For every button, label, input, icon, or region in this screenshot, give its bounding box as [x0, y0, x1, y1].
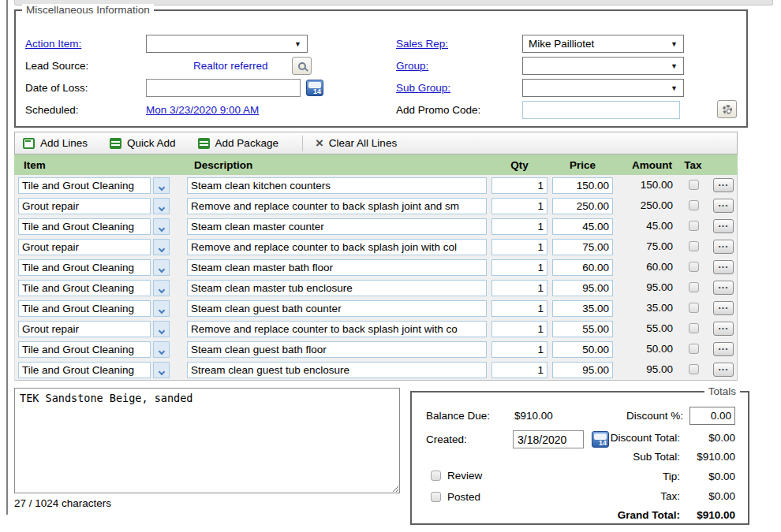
posted-checkbox[interactable] [431, 492, 441, 502]
row-options-button[interactable]: ... [713, 322, 734, 336]
row-options-button[interactable]: ... [713, 363, 734, 377]
price-input[interactable] [552, 239, 613, 255]
date-of-loss-calendar-icon[interactable] [306, 80, 323, 96]
group-link[interactable]: Group: [396, 60, 428, 72]
qty-input[interactable] [491, 341, 547, 358]
row-options-button[interactable]: ... [713, 301, 734, 315]
item-dropdown-button[interactable] [153, 362, 170, 378]
promo-code-input[interactable] [522, 101, 680, 119]
sales-rep-link[interactable]: Sales Rep: [396, 38, 448, 50]
price-input[interactable] [552, 300, 613, 317]
item-input[interactable] [18, 177, 151, 194]
tax-checkbox[interactable] [689, 200, 699, 210]
group-select[interactable] [522, 57, 684, 75]
quick-add-button[interactable]: Quick Add [110, 137, 176, 149]
item-dropdown-button[interactable] [153, 177, 170, 194]
review-checkbox[interactable] [431, 471, 441, 481]
row-options-button[interactable]: ... [713, 240, 734, 254]
item-input[interactable] [18, 239, 151, 255]
row-options-button[interactable]: ... [713, 199, 734, 213]
price-input[interactable] [552, 321, 613, 337]
tax-checkbox[interactable] [689, 303, 699, 313]
description-input[interactable] [187, 362, 487, 378]
sales-rep-select[interactable]: Mike Pailliotet [522, 35, 684, 53]
add-lines-button[interactable]: Add Lines [23, 137, 88, 149]
row-options-button[interactable]: ... [713, 342, 734, 356]
price-input[interactable] [552, 198, 613, 214]
tax-checkbox[interactable] [689, 221, 699, 231]
item-dropdown-button[interactable] [153, 300, 170, 317]
qty-input[interactable] [491, 198, 547, 214]
qty-input[interactable] [491, 300, 547, 317]
description-input[interactable] [187, 341, 487, 358]
created-date-input[interactable] [513, 430, 584, 448]
tax-checkbox[interactable] [689, 323, 699, 333]
item-dropdown-button[interactable] [153, 239, 170, 255]
date-of-loss-input[interactable] [146, 79, 301, 97]
description-input[interactable] [187, 259, 487, 276]
promo-code-label: Add Promo Code: [396, 104, 480, 116]
sub-group-select[interactable] [522, 79, 684, 97]
item-input[interactable] [18, 280, 151, 296]
qty-input[interactable] [491, 362, 547, 378]
item-dropdown-button[interactable] [153, 341, 170, 358]
sub-group-link[interactable]: Sub Group: [396, 82, 450, 94]
qty-input[interactable] [491, 218, 547, 235]
item-input[interactable] [18, 218, 151, 235]
quick-add-icon [110, 138, 121, 149]
lead-source-search-button[interactable] [292, 57, 312, 75]
price-input[interactable] [552, 218, 613, 235]
item-input[interactable] [18, 259, 151, 276]
scheduled-link[interactable]: Mon 3/23/2020 9:00 AM [146, 104, 259, 116]
description-input[interactable] [187, 177, 487, 194]
qty-input[interactable] [491, 259, 547, 276]
price-input[interactable] [552, 280, 613, 296]
item-dropdown-button[interactable] [153, 280, 170, 296]
totals-legend: Totals [704, 385, 740, 397]
tax-checkbox[interactable] [689, 282, 699, 292]
tax-checkbox[interactable] [689, 262, 699, 272]
qty-input[interactable] [491, 321, 547, 337]
item-dropdown-button[interactable] [153, 259, 170, 276]
item-input[interactable] [18, 362, 151, 378]
tax-checkbox[interactable] [689, 364, 699, 374]
item-dropdown-button[interactable] [153, 218, 170, 235]
description-input[interactable] [187, 280, 487, 296]
price-input[interactable] [552, 362, 613, 378]
row-options-button[interactable]: ... [713, 219, 734, 233]
description-input[interactable] [187, 321, 487, 337]
clear-all-lines-button[interactable]: × Clear All Lines [316, 137, 397, 149]
price-input[interactable] [552, 341, 613, 358]
row-options-button[interactable]: ... [713, 281, 734, 295]
sub-total-row: Sub Total: $910.00 [593, 451, 735, 463]
qty-input[interactable] [491, 177, 547, 194]
action-item-link[interactable]: Action Item: [25, 38, 81, 50]
description-input[interactable] [187, 300, 487, 317]
tax-checkbox[interactable] [689, 344, 699, 354]
add-package-button[interactable]: Add Package [198, 137, 278, 149]
tax-checkbox[interactable] [689, 241, 699, 251]
item-input[interactable] [18, 198, 151, 214]
price-input[interactable] [552, 259, 613, 276]
description-input[interactable] [187, 198, 487, 214]
qty-input[interactable] [491, 280, 547, 296]
row-options-button[interactable]: ... [713, 260, 734, 274]
action-item-select[interactable] [146, 35, 308, 53]
add-package-label: Add Package [215, 137, 278, 149]
row-options-button[interactable]: ... [713, 178, 734, 192]
item-input[interactable] [18, 321, 151, 337]
item-input[interactable] [18, 300, 151, 317]
item-dropdown-button[interactable] [153, 198, 170, 214]
notes-textarea[interactable]: TEK Sandstone Beige, sanded [14, 388, 400, 493]
item-input[interactable] [18, 341, 151, 358]
price-input[interactable] [552, 177, 613, 194]
description-input[interactable] [187, 239, 487, 255]
table-row: 75.00 ... [15, 236, 737, 257]
item-dropdown-button[interactable] [153, 321, 170, 337]
discount-pct-input[interactable] [689, 407, 735, 425]
qty-input[interactable] [491, 239, 547, 255]
lead-source-value[interactable]: Realtor referred [193, 60, 268, 72]
promo-settings-button[interactable] [717, 100, 737, 118]
tax-checkbox[interactable] [689, 180, 699, 190]
description-input[interactable] [187, 218, 487, 235]
